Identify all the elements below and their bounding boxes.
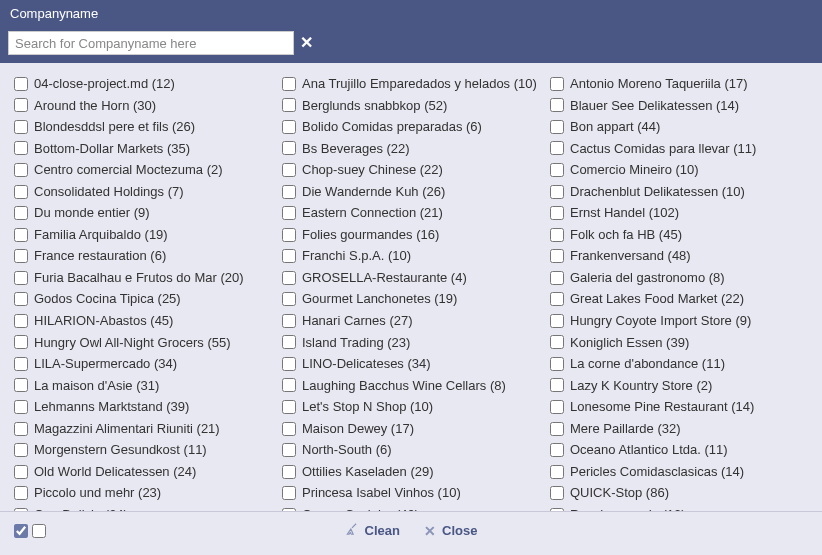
- filter-item[interactable]: Blondesddsl pere et fils (26): [14, 116, 272, 138]
- filter-item[interactable]: Morgenstern Gesundkost (11): [14, 439, 272, 461]
- filter-item[interactable]: Folk och fa HB (45): [550, 224, 808, 246]
- filter-item[interactable]: Blauer See Delikatessen (14): [550, 95, 808, 117]
- filter-item[interactable]: Die Wandernde Kuh (26): [282, 181, 540, 203]
- filter-checkbox[interactable]: [14, 228, 28, 242]
- filter-item[interactable]: Gourmet Lanchonetes (19): [282, 288, 540, 310]
- filter-item[interactable]: Folies gourmandes (16): [282, 224, 540, 246]
- filter-checkbox[interactable]: [14, 486, 28, 500]
- filter-checkbox[interactable]: [282, 249, 296, 263]
- filter-checkbox[interactable]: [550, 357, 564, 371]
- filter-checkbox[interactable]: [550, 98, 564, 112]
- filter-checkbox[interactable]: [14, 141, 28, 155]
- filter-item[interactable]: Ernst Handel (102): [550, 202, 808, 224]
- filter-item[interactable]: Bs Beverages (22): [282, 138, 540, 160]
- filter-checkbox[interactable]: [550, 141, 564, 155]
- filter-item[interactable]: Around the Horn (30): [14, 95, 272, 117]
- filter-checkbox[interactable]: [550, 185, 564, 199]
- filter-checkbox[interactable]: [550, 228, 564, 242]
- filter-checkbox[interactable]: [282, 378, 296, 392]
- filter-item[interactable]: Laughing Bacchus Wine Cellars (8): [282, 375, 540, 397]
- filter-item[interactable]: Ottilies Kaseladen (29): [282, 461, 540, 483]
- filter-checkbox[interactable]: [550, 314, 564, 328]
- filter-checkbox[interactable]: [14, 185, 28, 199]
- filter-item[interactable]: Comercio Mineiro (10): [550, 159, 808, 181]
- filter-checkbox[interactable]: [550, 422, 564, 436]
- filter-checkbox[interactable]: [282, 400, 296, 414]
- filter-checkbox[interactable]: [550, 163, 564, 177]
- filter-checkbox[interactable]: [14, 422, 28, 436]
- filter-item[interactable]: 04-close-project.md (12): [14, 73, 272, 95]
- filter-item[interactable]: Lazy K Kountry Store (2): [550, 375, 808, 397]
- filter-checkbox[interactable]: [14, 206, 28, 220]
- filter-checkbox[interactable]: [282, 314, 296, 328]
- filter-item[interactable]: Princesa Isabel Vinhos (10): [282, 482, 540, 504]
- filter-checkbox[interactable]: [550, 400, 564, 414]
- filter-checkbox[interactable]: [14, 335, 28, 349]
- filter-checkbox[interactable]: [282, 206, 296, 220]
- filter-item[interactable]: Que Delicia (24): [14, 504, 272, 511]
- filter-item[interactable]: Koniglich Essen (39): [550, 332, 808, 354]
- filter-checkbox[interactable]: [550, 378, 564, 392]
- filter-item[interactable]: Bottom-Dollar Markets (35): [14, 138, 272, 160]
- clean-button[interactable]: Clean: [345, 522, 400, 539]
- filter-checkbox[interactable]: [282, 292, 296, 306]
- filter-item[interactable]: Ana Trujillo Emparedados y helados (10): [282, 73, 540, 95]
- filter-checkbox[interactable]: [282, 98, 296, 112]
- filter-item[interactable]: Frankenversand (48): [550, 245, 808, 267]
- filter-item[interactable]: Franchi S.p.A. (10): [282, 245, 540, 267]
- filter-checkbox[interactable]: [14, 400, 28, 414]
- filter-item[interactable]: Queen Cozinha (40): [282, 504, 540, 511]
- filter-checkbox[interactable]: [14, 98, 28, 112]
- filter-item[interactable]: Godos Cocina Tipica (25): [14, 288, 272, 310]
- filter-item[interactable]: France restauration (6): [14, 245, 272, 267]
- filter-checkbox[interactable]: [550, 465, 564, 479]
- filter-item[interactable]: Lehmanns Marktstand (39): [14, 396, 272, 418]
- filter-checkbox[interactable]: [282, 77, 296, 91]
- filter-checkbox[interactable]: [282, 357, 296, 371]
- filter-checkbox[interactable]: [282, 465, 296, 479]
- filter-item[interactable]: Lonesome Pine Restaurant (14): [550, 396, 808, 418]
- filter-checkbox[interactable]: [14, 249, 28, 263]
- filter-checkbox[interactable]: [550, 486, 564, 500]
- filter-item[interactable]: Hungry Owl All-Night Grocers (55): [14, 332, 272, 354]
- filter-checkbox[interactable]: [550, 206, 564, 220]
- filter-checkbox[interactable]: [14, 120, 28, 134]
- filter-item[interactable]: Pericles Comidasclasicas (14): [550, 461, 808, 483]
- filter-checkbox[interactable]: [14, 443, 28, 457]
- filter-item[interactable]: Old World Delicatessen (24): [14, 461, 272, 483]
- filter-checkbox[interactable]: [282, 335, 296, 349]
- filter-item[interactable]: Berglunds snabbkop (52): [282, 95, 540, 117]
- filter-item[interactable]: La corne d'abondance (11): [550, 353, 808, 375]
- filter-item[interactable]: Chop-suey Chinese (22): [282, 159, 540, 181]
- filter-checkbox[interactable]: [14, 314, 28, 328]
- filter-checkbox[interactable]: [282, 120, 296, 134]
- filter-checkbox[interactable]: [550, 292, 564, 306]
- clear-search-icon[interactable]: ✕: [300, 35, 313, 51]
- filter-checkbox[interactable]: [550, 120, 564, 134]
- filter-item[interactable]: Rancho grande (12): [550, 504, 808, 511]
- filter-checkbox[interactable]: [550, 249, 564, 263]
- filter-item[interactable]: Oceano Atlantico Ltda. (11): [550, 439, 808, 461]
- filter-item[interactable]: Hanari Carnes (27): [282, 310, 540, 332]
- filter-item[interactable]: Furia Bacalhau e Frutos do Mar (20): [14, 267, 272, 289]
- filter-item[interactable]: Great Lakes Food Market (22): [550, 288, 808, 310]
- filter-checkbox[interactable]: [550, 271, 564, 285]
- filter-item[interactable]: Piccolo und mehr (23): [14, 482, 272, 504]
- filter-checkbox[interactable]: [14, 357, 28, 371]
- filter-item[interactable]: Drachenblut Delikatessen (10): [550, 181, 808, 203]
- filter-item[interactable]: Magazzini Alimentari Riuniti (21): [14, 418, 272, 440]
- filter-item[interactable]: Hungry Coyote Import Store (9): [550, 310, 808, 332]
- filter-checkbox[interactable]: [14, 163, 28, 177]
- filter-checkbox[interactable]: [282, 422, 296, 436]
- filter-item[interactable]: Bolido Comidas preparadas (6): [282, 116, 540, 138]
- filter-checkbox[interactable]: [282, 163, 296, 177]
- filter-item[interactable]: Eastern Connection (21): [282, 202, 540, 224]
- filter-item[interactable]: Antonio Moreno Taqueriila (17): [550, 73, 808, 95]
- filter-checkbox[interactable]: [14, 292, 28, 306]
- filter-item[interactable]: Maison Dewey (17): [282, 418, 540, 440]
- filter-checkbox[interactable]: [14, 271, 28, 285]
- filter-item[interactable]: Cactus Comidas para llevar (11): [550, 138, 808, 160]
- filter-checkbox[interactable]: [550, 335, 564, 349]
- filter-checkbox[interactable]: [550, 443, 564, 457]
- filter-checkbox[interactable]: [14, 378, 28, 392]
